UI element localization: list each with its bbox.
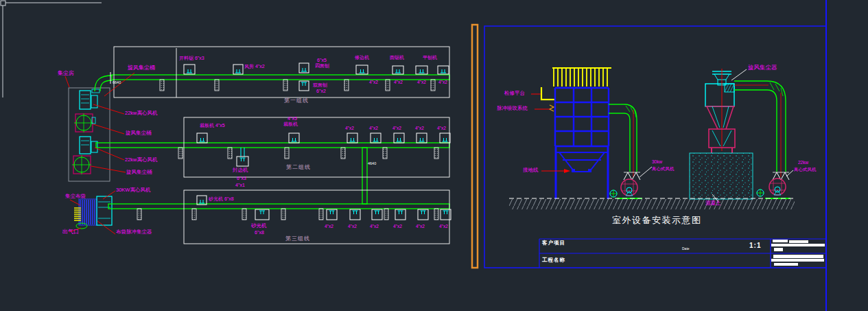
label-elev-title: 室外设备安装示意图 bbox=[612, 216, 702, 224]
label-plan-group3-spec: 4"x2 bbox=[348, 224, 357, 229]
viewport-corner-marker bbox=[1, 1, 102, 97]
label-plan-labels-fan22_2: 22kw离心风机 bbox=[125, 157, 158, 163]
duct-damper bbox=[192, 209, 196, 220]
label-plan-labels-cyclone1: 旋风集尘桶 bbox=[126, 130, 152, 136]
label-elev-labels-cyclone: 旋风集尘器 bbox=[748, 65, 777, 71]
label-plan-group2-m_fengbian_spec1: 6"x3 bbox=[237, 176, 246, 181]
label-plan-labels-pulse: 布袋脉冲集尘器 bbox=[116, 229, 152, 235]
redacted-text-bar bbox=[771, 244, 825, 246]
label-plan-group3-title: 第三组线 bbox=[285, 236, 310, 242]
label-plan-group1-m6: 圆锯机 bbox=[390, 55, 404, 60]
label-plan-group3-spec: 4"x2 bbox=[370, 224, 379, 229]
duct-damper bbox=[137, 209, 141, 220]
label-elev-labels-fan30b: 离心式风机 bbox=[652, 167, 675, 172]
label-plan-group2-m_fengbian_spec2: 4"x1 bbox=[235, 183, 245, 187]
label-plan-group1-m2: 风剪 4"x2 bbox=[244, 64, 265, 69]
label-plan-group3-m_sander2_spec: 6"x8 bbox=[255, 230, 264, 235]
label-plan-group1-m3_spec: 6"x5 bbox=[317, 58, 327, 62]
redacted-text-bar bbox=[774, 263, 798, 266]
label-plan-labels-dim1: 6640 bbox=[113, 81, 121, 85]
label-plan-group1-m1: 开料锯 6"x3 bbox=[179, 56, 204, 60]
duct-damper bbox=[281, 209, 285, 220]
duct-damper bbox=[384, 209, 388, 220]
dust-room-equipment bbox=[69, 88, 112, 229]
label-plan-group2-spec: 4"x2 bbox=[345, 126, 354, 131]
label-elev-labels-fan22b: 离心式风机 bbox=[794, 168, 817, 172]
ground-hatch bbox=[509, 199, 795, 209]
bagfilter-tower bbox=[541, 68, 611, 199]
cyclone-separator bbox=[705, 69, 735, 153]
label-plan-labels-dust_bag: 集尘布袋 bbox=[65, 194, 86, 199]
orange-margin-bar bbox=[472, 25, 478, 268]
redacted-text-bars bbox=[771, 240, 825, 266]
redacted-text-bar bbox=[774, 248, 783, 251]
label-tb-date: Date bbox=[682, 247, 690, 251]
label-elev-labels-concrete: 混凝土 bbox=[705, 200, 721, 206]
sheet-frame bbox=[484, 26, 826, 268]
duct-tower-to-fan30 bbox=[609, 104, 637, 172]
label-plan-group3-spec: 4"x2 bbox=[416, 224, 425, 229]
label-plan-group3-spec: 4"x2 bbox=[439, 224, 448, 229]
bag-filter-stripes bbox=[80, 200, 95, 224]
label-plan-group1-m7: 平刨机 bbox=[423, 55, 437, 60]
label-plan-labels-outlet: 出气口 bbox=[62, 229, 79, 235]
duct-damper bbox=[160, 80, 164, 91]
label-plan-labels-fan30: 30KW离心风机 bbox=[116, 187, 150, 193]
duct-damper bbox=[178, 148, 183, 159]
duct-damper bbox=[431, 80, 435, 91]
label-plan-group3-m_sander1: 砂光机 6"x8 bbox=[209, 196, 234, 201]
label-tb-row2: 工程名称 bbox=[542, 257, 565, 263]
label-plan-group1-spec: 4"x2 bbox=[417, 80, 426, 85]
redacted-text-bar bbox=[773, 255, 823, 258]
duct-damper bbox=[434, 148, 438, 159]
label-elev-labels-pulse_system: 脉冲喷吹系统 bbox=[497, 106, 528, 111]
redacted-text-bar bbox=[773, 240, 788, 242]
label-plan-group2-spec: 4"x2 bbox=[437, 126, 446, 131]
label-plan-group1-m5: 修边机 bbox=[355, 55, 369, 60]
redacted-text-bar bbox=[789, 240, 808, 243]
duct-damper bbox=[341, 148, 345, 159]
label-elev-labels-fan30a: 30kw bbox=[652, 160, 662, 165]
label-elev-labels-fan22a: 22kw bbox=[798, 161, 808, 165]
label-plan-group1-spec: 4"x2 bbox=[394, 80, 403, 85]
label-plan-labels-dust_room: 集尘房 bbox=[58, 71, 74, 76]
fan22-symbol bbox=[756, 172, 790, 198]
duct-damper bbox=[283, 80, 288, 91]
label-plan-labels-cyclone2: 旋风集尘桶 bbox=[126, 170, 152, 175]
label-plan-group3-m_sander2: 砂光机 bbox=[251, 223, 267, 229]
label-plan-group2-spec: 4"x2 bbox=[392, 126, 401, 131]
duct-damper bbox=[434, 209, 438, 220]
concrete-base bbox=[690, 153, 753, 199]
duct-damper bbox=[319, 209, 323, 220]
label-plan-group3-spec: 4"x2 bbox=[393, 224, 402, 229]
duct-damper bbox=[228, 148, 232, 159]
duct-damper bbox=[386, 80, 390, 91]
cad-linework bbox=[0, 0, 868, 311]
label-plan-group1-title: 第一组线 bbox=[284, 98, 309, 104]
label-plan-group1-spec: 4"x2 bbox=[438, 80, 447, 85]
cad-drawing-canvas: 集尘房旋风集尘桶22kw离心风机旋风集尘桶22kw离心风机旋风集尘桶30KW离心… bbox=[0, 0, 868, 311]
label-elev-labels-ground_wire: 接地线 bbox=[523, 168, 539, 173]
fan30-symbol bbox=[609, 172, 642, 198]
duct-damper bbox=[344, 80, 349, 91]
label-plan-labels-cyclone_top: 旋风集尘桶 bbox=[128, 65, 155, 71]
duct-damper bbox=[285, 148, 289, 159]
label-plan-group2-title: 第二组线 bbox=[286, 165, 311, 170]
air-outlet-comb bbox=[74, 208, 81, 220]
label-plan-group3-spec: 4"x2 bbox=[325, 224, 333, 229]
fengbian-drop-pipe bbox=[241, 148, 244, 157]
label-plan-group1-spec: 4"x2 bbox=[369, 80, 378, 85]
redacted-text-bar bbox=[771, 259, 824, 262]
label-plan-group2-spec: 4"x2 bbox=[369, 126, 378, 131]
duct-damper bbox=[242, 209, 246, 220]
elev-leader-lines bbox=[531, 69, 793, 202]
label-tb-row1: 客户项目 bbox=[542, 240, 565, 246]
label-plan-group2-spec: 4"x2 bbox=[415, 126, 424, 131]
label-plan-group1-m4: 双面刨 bbox=[313, 82, 327, 87]
duct-damper bbox=[215, 80, 219, 91]
label-plan-group2-m_caiban2: 裁板机 bbox=[283, 122, 298, 126]
label-plan-group2-m_caiban1: 裁板机 4"x5 bbox=[200, 123, 225, 128]
label-plan-labels-fan22_1: 22kw离心风机 bbox=[125, 111, 158, 116]
label-elev-labels-platform: 检修平台 bbox=[504, 91, 525, 96]
duct-damper bbox=[383, 148, 387, 159]
